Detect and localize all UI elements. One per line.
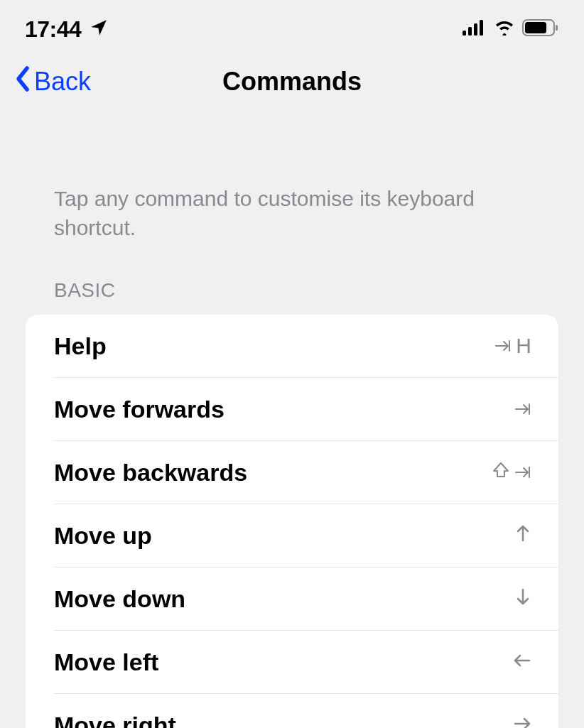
command-label: Move forwards xyxy=(54,396,225,423)
description-text: Tap any command to customise its keyboar… xyxy=(0,185,584,242)
chevron-left-icon xyxy=(14,65,31,99)
command-move-forwards[interactable]: Move forwards xyxy=(26,378,558,440)
command-move-up[interactable]: Move up xyxy=(26,504,558,567)
tab-icon xyxy=(514,460,531,484)
nav-bar: Back Commands xyxy=(0,50,584,114)
arrow-down-icon xyxy=(514,587,531,611)
cell-signal-icon xyxy=(463,20,487,38)
command-shortcut xyxy=(514,587,531,611)
arrow-left-icon xyxy=(513,650,531,674)
tab-icon xyxy=(514,397,531,421)
commands-list: Help H Move forwards xyxy=(26,315,558,728)
command-label: Move down xyxy=(54,585,185,613)
svg-rect-5 xyxy=(525,22,546,33)
tab-icon xyxy=(494,334,512,358)
command-shortcut xyxy=(513,650,531,674)
command-label: Help xyxy=(54,332,107,360)
svg-rect-3 xyxy=(480,20,483,36)
command-shortcut xyxy=(514,397,531,421)
command-move-down[interactable]: Move down xyxy=(26,567,558,630)
arrow-right-icon xyxy=(513,713,531,728)
svg-rect-0 xyxy=(463,31,466,36)
svg-rect-6 xyxy=(556,25,558,31)
status-bar: 17:44 xyxy=(0,0,584,50)
arrow-up-icon xyxy=(514,523,531,548)
back-button[interactable]: Back xyxy=(14,65,91,99)
svg-rect-1 xyxy=(468,27,472,36)
command-move-right[interactable]: Move right xyxy=(26,694,558,728)
page-title: Commands xyxy=(222,67,362,97)
command-label: Move left xyxy=(54,648,158,676)
shift-icon xyxy=(492,460,510,484)
command-shortcut xyxy=(514,523,531,548)
svg-rect-2 xyxy=(474,23,477,36)
battery-icon xyxy=(522,19,559,39)
command-shortcut xyxy=(492,460,531,484)
command-label: Move backwards xyxy=(54,459,247,487)
back-label: Back xyxy=(34,67,91,97)
section-header-basic: BASIC xyxy=(0,279,584,302)
command-move-backwards[interactable]: Move backwards xyxy=(26,441,558,504)
command-label: Move up xyxy=(54,522,152,550)
shortcut-key: H xyxy=(516,334,531,358)
command-move-left[interactable]: Move left xyxy=(26,631,558,693)
location-icon xyxy=(90,18,108,40)
command-shortcut: H xyxy=(494,334,531,358)
command-label: Move right xyxy=(54,712,176,729)
command-help[interactable]: Help H xyxy=(26,315,558,377)
status-time: 17:44 xyxy=(25,16,81,43)
wifi-icon xyxy=(494,20,515,38)
command-shortcut xyxy=(513,713,531,728)
